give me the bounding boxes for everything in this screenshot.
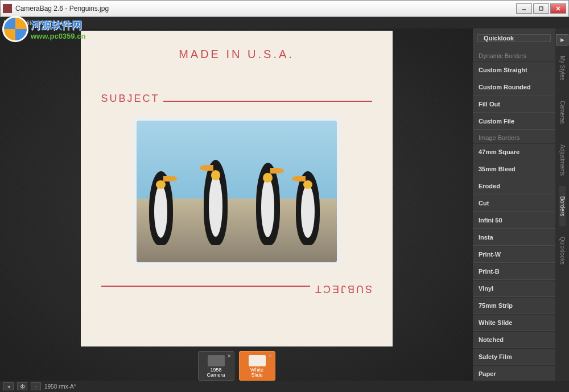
- status-btn-3[interactable]: ▫: [31, 382, 41, 390]
- watermark-overlay: 河源软件网 www.pc0359.cn: [2, 16, 85, 42]
- effect-thumb-1958-camera[interactable]: ✕ 1958 Camera: [198, 351, 234, 381]
- tab-strip: ▶ My Styles Cameras Adjustments Borders …: [555, 28, 569, 381]
- sidebar-item-fill-out[interactable]: Fill Out: [473, 96, 555, 113]
- sidebar-item-eroded[interactable]: Eroded: [473, 178, 555, 195]
- titlebar: CameraBag 2.6 - Penguins.jpg: [0, 0, 569, 17]
- sidebar-item-custom-rounded[interactable]: Custom Rounded: [473, 79, 555, 96]
- watermark-text-cn: 河源软件网: [31, 18, 85, 32]
- app-icon: [3, 4, 12, 13]
- tab-borders[interactable]: Borders: [559, 186, 566, 226]
- watermark-url: www.pc0359.cn: [31, 32, 85, 40]
- maximize-button[interactable]: [533, 3, 549, 14]
- sidebar-item-safety-film[interactable]: Safety Film: [473, 348, 555, 365]
- statusbar: ◂ ⏻ ▫ 1958 rmx-A*: [0, 381, 569, 392]
- svg-rect-1: [539, 7, 543, 10]
- status-btn-power[interactable]: ⏻: [17, 382, 27, 390]
- subject-line-top: [163, 101, 372, 102]
- canvas-area: MADE IN U.S.A. SUBJECT SUBJECT ✕ 1958: [0, 28, 473, 381]
- tab-my-styles[interactable]: My Styles: [559, 46, 566, 90]
- sidebar-item-47mm-square[interactable]: 47mm Square: [473, 143, 555, 160]
- close-icon[interactable]: ✕: [268, 353, 273, 359]
- sidebar-item-notched[interactable]: Notched: [473, 331, 555, 348]
- sidebar-item-custom-straight[interactable]: Custom Straight: [473, 61, 555, 79]
- subject-line-bottom: [101, 286, 310, 287]
- sidebar-item-white-slide[interactable]: White Slide: [473, 314, 555, 331]
- photo-frame: [132, 116, 341, 267]
- status-label: 1958 rmx-A*: [44, 383, 76, 390]
- watermark-logo: [2, 16, 28, 42]
- sidebar-item-insta[interactable]: Insta: [473, 229, 555, 246]
- sidebar-item-cut[interactable]: Cut: [473, 195, 555, 212]
- section-dynamic-borders: Dynamic Borders: [473, 48, 555, 61]
- quicklook-button[interactable]: Quicklook: [477, 34, 551, 42]
- tab-cameras[interactable]: Cameras: [559, 90, 566, 134]
- sidebar-item-print-w[interactable]: Print-W: [473, 246, 555, 263]
- subject-label-top: SUBJECT: [101, 93, 160, 105]
- section-image-borders: Image Borders: [473, 130, 555, 143]
- sidebar-item-infini-50[interactable]: Infini 50: [473, 212, 555, 229]
- effect-thumb-white-slide[interactable]: ✕ White Slide: [239, 351, 275, 381]
- sidebar-item-custom-file[interactable]: Custom File: [473, 113, 555, 130]
- minimize-button[interactable]: [516, 3, 532, 14]
- sidebar-item-35mm-bleed[interactable]: 35mm Bleed: [473, 160, 555, 178]
- tab-quicklooks[interactable]: Quicklooks: [559, 226, 566, 275]
- window-title: CameraBag 2.6 - Penguins.jpg: [15, 5, 516, 13]
- sidebar-item-75mm-strip[interactable]: 75mm Strip: [473, 297, 555, 314]
- close-icon[interactable]: ✕: [227, 353, 232, 359]
- side-panel: Quicklook Dynamic Borders Custom Straigh…: [473, 28, 555, 381]
- subject-top: SUBJECT: [81, 93, 393, 105]
- status-btn-1[interactable]: ◂: [3, 382, 14, 390]
- sidebar-item-print-b[interactable]: Print-B: [473, 263, 555, 280]
- effect-tray: ✕ 1958 Camera ✕ White Slide: [198, 351, 275, 381]
- expand-button[interactable]: ▶: [556, 34, 568, 46]
- made-label: MADE IN U.S.A.: [179, 48, 294, 61]
- close-button[interactable]: [550, 3, 566, 14]
- preview-slide: MADE IN U.S.A. SUBJECT SUBJECT: [81, 31, 393, 346]
- subject-label-bottom: SUBJECT: [313, 283, 372, 295]
- sidebar-item-paper[interactable]: Paper: [473, 365, 555, 381]
- tab-adjustments[interactable]: Adjustments: [559, 134, 566, 186]
- subject-bottom: SUBJECT: [81, 283, 393, 295]
- sidebar-item-vinyl[interactable]: Vinyl: [473, 280, 555, 297]
